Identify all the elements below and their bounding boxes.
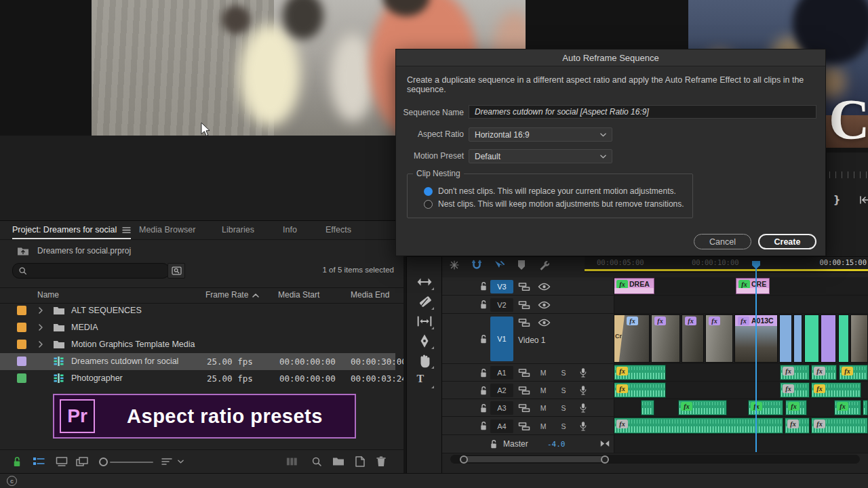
fx-badge[interactable]: fx (738, 317, 749, 325)
label-color-swatch[interactable] (17, 357, 26, 366)
audio-clip[interactable]: fx (811, 418, 868, 434)
audio-clip[interactable]: fx (785, 418, 810, 434)
track-target-a3[interactable]: A3 (490, 401, 513, 415)
tab-media-browser[interactable]: Media Browser (139, 221, 195, 239)
project-row-bin[interactable]: ALT SEQUENCES (0, 302, 395, 319)
track-target-a2[interactable]: A2 (490, 384, 513, 397)
fx-badge[interactable]: fx (751, 402, 762, 411)
timeline-scrollbar[interactable] (450, 455, 860, 464)
mark-out-icon[interactable]: } (831, 193, 843, 207)
video-clip[interactable]: fx (682, 314, 704, 363)
solo-button-a2[interactable]: S (559, 386, 568, 395)
fx-badge[interactable]: fx (788, 402, 800, 411)
mute-button-a3[interactable]: M (538, 403, 548, 413)
video-clip-title[interactable]: fxCRE (736, 278, 770, 294)
fx-badge[interactable]: fx (654, 317, 666, 325)
track-target-v1[interactable]: V1 (490, 317, 513, 361)
video-clip-solid[interactable] (838, 314, 849, 363)
track-target-v3[interactable]: V3 (490, 280, 513, 293)
hand-icon[interactable] (417, 353, 432, 368)
nest-radio[interactable]: Nest clips. This will keep motion adjust… (424, 199, 684, 209)
audio-clip[interactable]: fx (834, 400, 861, 415)
audio-clip[interactable]: fx (811, 365, 837, 380)
thumbnail-zoom-track[interactable] (110, 462, 153, 463)
fx-badge[interactable]: fx (616, 384, 628, 393)
track-lane-a1[interactable]: fxfxfxfx (614, 364, 868, 381)
fx-badge[interactable]: fx (814, 420, 825, 428)
track-lane-v3[interactable]: fxDREAfxCRE (614, 277, 868, 295)
track-target-a4[interactable]: A4 (490, 420, 513, 433)
mute-button-a2[interactable]: M (538, 386, 548, 395)
create-button[interactable]: Create (758, 234, 816, 249)
fx-badge[interactable]: fx (616, 420, 628, 428)
solo-button-a1[interactable]: S (559, 368, 568, 378)
cancel-button[interactable]: Cancel (694, 234, 751, 249)
go-to-in-icon[interactable] (859, 193, 868, 207)
solo-button-a3[interactable]: S (559, 403, 568, 413)
aspect-ratio-select[interactable]: Horizontal 16:9 (469, 127, 612, 142)
label-color-swatch[interactable] (17, 373, 26, 383)
tab-libraries[interactable]: Libraries (222, 221, 254, 239)
fx-badge[interactable]: fx (681, 402, 692, 411)
up-folder-icon[interactable] (17, 246, 29, 256)
label-color-swatch[interactable] (17, 306, 26, 315)
find-in-project-button[interactable] (167, 263, 185, 279)
fx-badge[interactable]: fx (814, 367, 825, 375)
video-clip-solid[interactable] (821, 314, 836, 363)
timeline-playhead[interactable] (755, 264, 757, 452)
thumbnail-zoom-knob[interactable] (99, 458, 108, 466)
video-clip-title[interactable]: fxDREA (614, 278, 654, 294)
audio-clip[interactable] (641, 400, 654, 415)
track-select-icon[interactable] (417, 274, 432, 289)
pen-icon[interactable] (417, 333, 432, 348)
fx-badge[interactable]: fx (787, 420, 799, 428)
tab-info[interactable]: Info (283, 221, 297, 239)
label-color-swatch[interactable] (17, 340, 26, 349)
solo-button-a4[interactable]: S (559, 422, 568, 431)
audio-clip[interactable]: fx (614, 418, 783, 434)
project-row-bin[interactable]: Motion Graphics Template Media (0, 336, 395, 353)
audio-clip[interactable] (863, 400, 868, 415)
fx-badge[interactable]: fx (783, 384, 794, 393)
audio-clip[interactable]: fx (780, 382, 810, 398)
zoom-handle-right[interactable] (601, 455, 609, 464)
audio-clip[interactable]: fx (614, 365, 666, 380)
fx-badge[interactable]: fx (842, 367, 853, 375)
project-row-bin[interactable]: MEDIA (0, 319, 395, 336)
audio-clip[interactable]: fx (780, 365, 810, 380)
tab-effects[interactable]: Effects (326, 221, 351, 239)
sequence-name-input[interactable]: Dreamers cutdown for social [Aspect Rati… (469, 105, 816, 119)
audio-clip[interactable]: fx (614, 382, 666, 398)
slip-icon[interactable] (417, 314, 432, 329)
fx-badge[interactable]: fx (837, 402, 848, 411)
video-clip-solid[interactable] (779, 314, 792, 363)
audio-clip[interactable]: fx (748, 400, 783, 415)
master-level-value[interactable]: -4.0 (547, 440, 566, 449)
track-lane-v1[interactable]: fxCrfxfxfxA013Cfx (614, 314, 868, 363)
zoom-handle-left[interactable] (460, 455, 468, 464)
audio-clip[interactable]: fx (785, 400, 807, 415)
video-clip[interactable]: fx (651, 314, 680, 363)
dialog-title[interactable]: Auto Reframe Sequence (396, 49, 825, 66)
radio-selected-icon[interactable] (424, 187, 433, 196)
column-name[interactable]: Name (37, 290, 59, 300)
track-target-v2[interactable]: V2 (490, 298, 513, 312)
fx-badge[interactable]: fx (783, 367, 794, 375)
type-icon[interactable]: T (417, 373, 432, 388)
fx-badge[interactable]: fx (709, 317, 720, 325)
mute-button-a1[interactable]: M (538, 368, 548, 378)
project-row-sequence[interactable]: Dreamers cutdown for social25.00 fps00:0… (0, 353, 395, 370)
video-clip[interactable]: fx (705, 314, 733, 363)
work-area-bar[interactable] (585, 269, 868, 271)
scrollbar-range[interactable] (464, 456, 605, 462)
track-lane-a4[interactable]: fxfxfx (614, 417, 868, 434)
sort-ascending-icon[interactable] (252, 293, 259, 298)
audio-clip[interactable]: fx (678, 400, 727, 415)
fx-badge[interactable]: fx (685, 317, 696, 325)
fx-badge[interactable]: fx (616, 367, 628, 375)
search-input[interactable] (12, 263, 170, 279)
audio-clip[interactable]: fx (811, 382, 861, 398)
column-media-start[interactable]: Media Start (278, 290, 319, 300)
track-lane-v2[interactable] (614, 296, 868, 313)
fx-badge[interactable]: fx (814, 384, 825, 393)
